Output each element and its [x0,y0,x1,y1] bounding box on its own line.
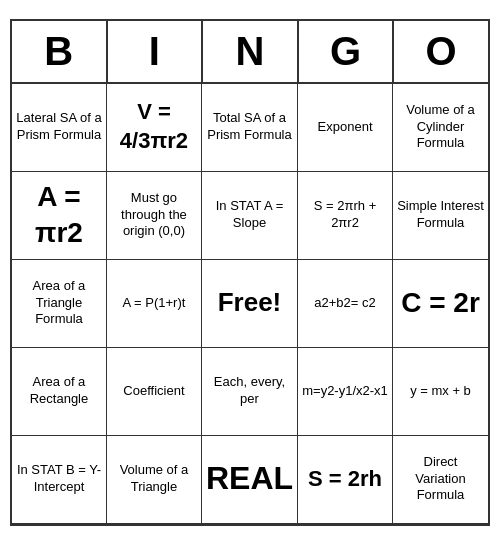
bingo-cell-2: Total SA of a Prism Formula [202,84,298,172]
bingo-cell-22: REAL [202,436,298,524]
bingo-cell-0: Lateral SA of a Prism Formula [12,84,107,172]
bingo-cell-4: Volume of a Cylinder Formula [393,84,488,172]
bingo-cell-10: Area of a Triangle Formula [12,260,107,348]
bingo-cell-24: Direct Variation Formula [393,436,488,524]
header-n: N [203,21,299,82]
bingo-cell-6: Must go through the origin (0,0) [107,172,202,260]
bingo-cell-18: m=y2-y1/x2-x1 [298,348,393,436]
header-o: O [394,21,488,82]
bingo-cell-7: In STAT A = Slope [202,172,298,260]
bingo-cell-1: V = 4/3πr2 [107,84,202,172]
bingo-cell-14: C = 2r [393,260,488,348]
bingo-cell-20: In STAT B = Y-Intercept [12,436,107,524]
header-g: G [299,21,395,82]
bingo-cell-21: Volume of a Triangle [107,436,202,524]
bingo-header: B I N G O [12,21,488,84]
header-b: B [12,21,108,82]
bingo-cell-3: Exponent [298,84,393,172]
bingo-grid: Lateral SA of a Prism FormulaV = 4/3πr2T… [12,84,488,524]
bingo-cell-13: a2+b2= c2 [298,260,393,348]
bingo-cell-19: y = mx + b [393,348,488,436]
bingo-cell-23: S = 2rh [298,436,393,524]
bingo-card: B I N G O Lateral SA of a Prism FormulaV… [10,19,490,526]
bingo-cell-16: Coefficient [107,348,202,436]
bingo-cell-11: A = P(1+r)t [107,260,202,348]
bingo-cell-5: A = πr2 [12,172,107,260]
bingo-cell-17: Each, every, per [202,348,298,436]
bingo-cell-8: S = 2πrh + 2πr2 [298,172,393,260]
bingo-cell-12: Free! [202,260,298,348]
bingo-cell-9: Simple Interest Formula [393,172,488,260]
header-i: I [108,21,204,82]
bingo-cell-15: Area of a Rectangle [12,348,107,436]
